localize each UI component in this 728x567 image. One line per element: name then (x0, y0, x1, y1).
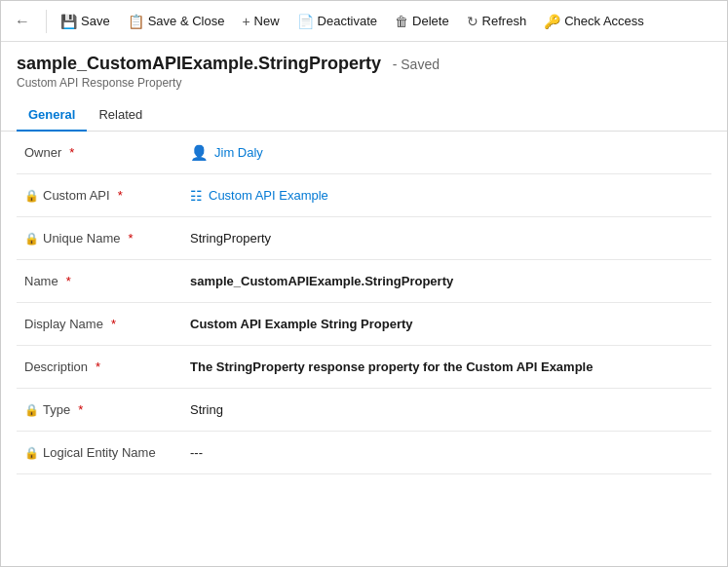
field-description: Description * The StringProperty respons… (17, 346, 711, 389)
display-name-label: Display Name (24, 317, 103, 331)
toolbar-separator (46, 10, 47, 33)
type-label-cell: 🔒 Type * (24, 402, 190, 417)
name-value-cell: sample_CustomAPIExample.StringProperty (190, 274, 704, 288)
type-required: * (78, 402, 83, 417)
save-label: Save (81, 14, 110, 28)
deactivate-icon: 📄 (297, 14, 314, 29)
type-value: String (190, 402, 223, 417)
unique-name-value: StringProperty (190, 231, 271, 246)
tab-general[interactable]: General (17, 99, 87, 132)
page-title-line: sample_CustomAPIExample.StringProperty -… (17, 54, 711, 74)
form-area: Owner * 👤 Jim Daly 🔒 Custom API * ☷ Cust… (1, 132, 727, 558)
page-header: sample_CustomAPIExample.StringProperty -… (1, 42, 727, 90)
check-access-icon: 🔑 (544, 14, 560, 29)
deactivate-label: Deactivate (318, 14, 377, 28)
tabs: General Related (1, 99, 727, 132)
delete-label: Delete (412, 14, 449, 28)
lock-icon-unique-name: 🔒 (24, 232, 39, 246)
field-owner: Owner * 👤 Jim Daly (17, 132, 711, 174)
unique-name-value-cell: StringProperty (190, 231, 704, 246)
display-name-required: * (111, 317, 116, 331)
save-icon: 💾 (60, 14, 77, 29)
name-label: Name (24, 274, 58, 288)
logical-entity-name-label: Logical Entity Name (43, 445, 156, 460)
page-title: sample_CustomAPIExample.StringProperty (17, 54, 381, 73)
person-icon: 👤 (190, 144, 209, 162)
unique-name-label-cell: 🔒 Unique Name * (24, 231, 190, 246)
unique-name-required: * (129, 231, 134, 246)
new-button[interactable]: + New (234, 7, 287, 36)
field-name: Name * sample_CustomAPIExample.StringPro… (17, 260, 711, 303)
owner-label: Owner (24, 145, 61, 160)
check-access-button[interactable]: 🔑 Check Access (536, 7, 652, 36)
field-display-name: Display Name * Custom API Example String… (17, 303, 711, 346)
page-saved-status: - Saved (393, 57, 440, 72)
entity-icon: ☷ (190, 188, 203, 204)
type-value-cell: String (190, 402, 704, 417)
display-name-value-cell: Custom API Example String Property (190, 317, 704, 331)
description-required: * (96, 359, 100, 374)
tab-related[interactable]: Related (87, 99, 154, 132)
display-name-label-cell: Display Name * (24, 317, 190, 331)
field-unique-name: 🔒 Unique Name * StringProperty (17, 217, 711, 260)
unique-name-label: Unique Name (43, 231, 121, 246)
logical-entity-name-value-cell: --- (190, 445, 704, 460)
refresh-icon: ↻ (467, 14, 479, 29)
save-button[interactable]: 💾 Save (53, 7, 118, 36)
description-value-cell: The StringProperty response property for… (190, 359, 704, 374)
new-label: New (254, 14, 280, 28)
type-label: Type (43, 402, 70, 417)
save-close-button[interactable]: 📋 Save & Close (120, 7, 233, 36)
description-label-cell: Description * (24, 359, 190, 374)
lock-icon-custom-api: 🔒 (24, 189, 39, 203)
refresh-label: Refresh (482, 14, 527, 28)
description-label: Description (24, 359, 88, 374)
toolbar: ← 💾 Save 📋 Save & Close + New 📄 Deactiva… (1, 1, 727, 42)
field-logical-entity-name: 🔒 Logical Entity Name --- (17, 432, 711, 474)
lock-icon-logical-entity: 🔒 (24, 446, 39, 460)
save-close-icon: 📋 (128, 14, 144, 29)
delete-button[interactable]: 🗑 Delete (387, 7, 457, 36)
field-type: 🔒 Type * String (17, 389, 711, 432)
logical-entity-name-value: --- (190, 445, 203, 460)
new-icon: + (242, 14, 249, 29)
refresh-button[interactable]: ↻ Refresh (459, 7, 535, 36)
owner-value-cell: 👤 Jim Daly (190, 144, 704, 162)
check-access-label: Check Access (564, 14, 644, 28)
display-name-value: Custom API Example String Property (190, 317, 413, 331)
custom-api-label: Custom API (43, 188, 110, 203)
back-button[interactable]: ← (9, 8, 36, 35)
delete-icon: 🗑 (395, 14, 408, 29)
name-value: sample_CustomAPIExample.StringProperty (190, 274, 453, 288)
custom-api-label-cell: 🔒 Custom API * (24, 188, 190, 203)
owner-label-cell: Owner * (24, 145, 190, 160)
page-subtitle: Custom API Response Property (17, 76, 711, 90)
custom-api-required: * (118, 188, 123, 203)
name-required: * (66, 274, 71, 288)
owner-required: * (69, 145, 74, 160)
owner-value[interactable]: Jim Daly (214, 145, 263, 160)
save-close-label: Save & Close (148, 14, 225, 28)
custom-api-value-cell: ☷ Custom API Example (190, 188, 704, 204)
logical-entity-name-label-cell: 🔒 Logical Entity Name (24, 445, 190, 460)
name-label-cell: Name * (24, 274, 190, 288)
deactivate-button[interactable]: 📄 Deactivate (289, 7, 385, 36)
description-value: The StringProperty response property for… (190, 359, 593, 374)
custom-api-value[interactable]: Custom API Example (209, 188, 328, 203)
field-custom-api: 🔒 Custom API * ☷ Custom API Example (17, 174, 711, 217)
lock-icon-type: 🔒 (24, 403, 39, 417)
